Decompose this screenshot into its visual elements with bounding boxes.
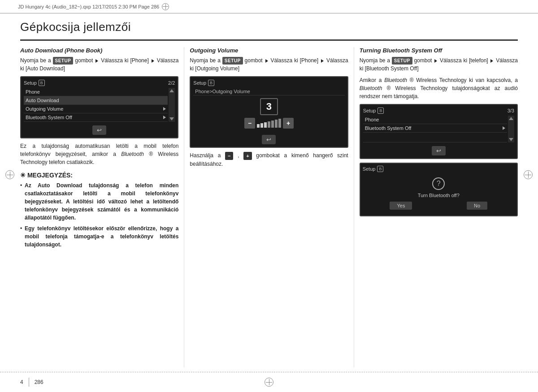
col1-note-title: ✳ MEGJEGYZÉS: (20, 172, 178, 179)
col1-row1-arrow (163, 107, 166, 111)
header-crosshair (162, 3, 169, 10)
page-title: Gépkocsija jellemzői (20, 20, 131, 34)
col3-para1: Nyomja be a SETUP gombot Válassza ki [te… (360, 56, 518, 73)
col3-row-0[interactable]: Bluetooth System Off (363, 124, 507, 133)
footer-crosshair (265, 378, 273, 387)
col2-desc: Használja a − , + gombokat a kimenő hang… (190, 151, 348, 168)
col2-vol-display: 3 − + (193, 95, 344, 131)
col1-screen: Setup B 2/2 Phone Auto Download Outgoing… (20, 76, 178, 138)
col1-desc: Ez a tulajdonság automatikusan letölti a… (20, 142, 178, 166)
col3-screen2-title: Setup (363, 166, 376, 172)
col3-title: Turning Bluetooth System Off (360, 47, 518, 54)
col1-row-0[interactable]: Auto Download (24, 96, 168, 105)
col1-row2-arrow (163, 116, 166, 119)
col3-screen1-header: Setup B 3/3 (363, 108, 514, 114)
col3-arrow2 (490, 59, 493, 63)
footer-num: 4 (20, 379, 23, 385)
col3-no-btn[interactable]: No (467, 202, 487, 210)
right-margin-crosshair (524, 170, 533, 179)
col3-row-empty1 (363, 133, 507, 142)
col2-back-btn[interactable]: ↩ (262, 135, 276, 144)
col1-scroll-down[interactable] (169, 117, 174, 121)
col3-screen1-page: 3/3 (508, 108, 514, 113)
col1-setup-btn: SETUP (53, 57, 74, 65)
col1-row-2[interactable]: Bluetooth System Off (24, 113, 168, 122)
footer: 4 286 (0, 372, 538, 392)
col3-setup-btn: SETUP (392, 57, 412, 65)
col1-screen-header: Setup B 2/2 (24, 80, 175, 86)
col3-screen2-header: Setup B (363, 166, 515, 172)
col-bluetooth-off: Turning Bluetooth System Off Nyomja be a… (354, 47, 518, 367)
main-content: Auto Download (Phone Book) Nyomja be a S… (20, 47, 518, 367)
left-margin-crosshair (5, 170, 14, 179)
col1-scroll-up[interactable] (169, 89, 174, 92)
header-text: JD Hungary 4c (Audio_182~).qxp 12/17/201… (18, 4, 159, 9)
col2-screen-header: Setup B (193, 80, 344, 86)
col3-yes-btn[interactable]: Yes (390, 202, 412, 210)
col2-minus-btn: − (225, 152, 233, 160)
col1-title: Auto Download (Phone Book) (20, 47, 178, 54)
col1-bt-icon: B (39, 80, 45, 86)
vol-bar-3 (264, 122, 267, 128)
title-underline (20, 39, 518, 41)
col3-desc: Amikor a Bluetooth ® Wireless Technology… (360, 76, 518, 100)
col2-vol-plus[interactable]: + (283, 118, 294, 129)
col3-confirm-text: Turn Bluetooth off? (363, 193, 515, 198)
vol-bar-5 (271, 121, 274, 128)
col3-scroll-up[interactable] (509, 117, 513, 120)
col3-screen1-rows: Phone Bluetooth System Off (363, 116, 514, 142)
col3-question-icon: ? (432, 177, 445, 190)
col3-row0-arrow (503, 126, 505, 130)
col2-breadcrumb: Phone>Outgoing Volume (193, 88, 344, 95)
col2-title: Outgoing Volume (190, 47, 348, 54)
col3-confirm-area: ? Turn Bluetooth off? Yes No (363, 174, 515, 213)
col3-arrow1 (434, 59, 437, 63)
col1-note-1: Az Auto Download tulajdonság a telefon m… (20, 181, 178, 222)
col3-screen2: Setup B ? Turn Bluetooth off? Yes No (360, 163, 518, 216)
vol-bar-7 (278, 119, 281, 128)
col1-arrow2 (152, 59, 154, 63)
col3-screen1-title: Setup (363, 108, 376, 113)
col2-screen: Setup B Phone>Outgoing Volume 3 − (190, 76, 348, 148)
col1-back-btn[interactable]: ↩ (92, 125, 106, 135)
col1-para1-suffix: gombot (75, 57, 95, 64)
col1-row-1[interactable]: Outgoing Volume (24, 105, 168, 113)
col1-arrow1 (95, 59, 98, 63)
col3-back-btn1[interactable]: ↩ (432, 146, 446, 155)
col1-notes: ✳ MEGJEGYZÉS: Az Auto Download tulajdons… (20, 172, 178, 249)
col2-vol-number: 3 (260, 98, 278, 115)
footer-divider (29, 378, 29, 387)
col1-screen-rows: Phone Auto Download Outgoing Volume Blue… (24, 88, 175, 122)
col2-para1: Nyomja be a SETUP gombot Válassza ki [Ph… (190, 56, 348, 73)
col2-vol-bar-area: − + (193, 118, 344, 129)
col2-arrow1 (265, 59, 268, 63)
col2-plus-btn: + (243, 152, 252, 160)
col2-screen-title: Setup (193, 80, 206, 86)
col2-vol-minus[interactable]: − (244, 118, 255, 129)
col-outgoing-volume: Outgoing Volume Nyomja be a SETUP gombot… (184, 47, 354, 367)
col3-scroll-down[interactable] (509, 138, 513, 141)
col3-screen1-sub: Phone (363, 116, 507, 124)
col2-arrow2 (321, 59, 324, 63)
footer-page: 4 286 (20, 378, 43, 387)
header-bar: JD Hungary 4c (Audio_182~).qxp 12/17/201… (0, 0, 538, 13)
col1-screen-sub: Phone (24, 88, 168, 96)
col1-para1: Nyomja be a SETUP gombot Válassza ki [Ph… (20, 56, 178, 73)
col1-screen-title: Setup (24, 80, 37, 86)
col3-screen1: Setup B 3/3 Phone Bluetooth System Off (360, 104, 518, 159)
col2-setup-btn: SETUP (222, 57, 243, 65)
vol-bar-6 (275, 120, 278, 128)
col1-screen-page: 2/2 (168, 80, 175, 86)
vol-bar-2 (260, 123, 263, 128)
footer-sub: 286 (35, 379, 43, 385)
col3-bt-icon2: B (377, 166, 383, 172)
col1-note-2: Egy telefonkönyv letöltésekor először el… (20, 224, 178, 249)
col-auto-download: Auto Download (Phone Book) Nyomja be a S… (20, 47, 184, 367)
vol-bar-4 (268, 121, 270, 128)
col3-confirm-btns: Yes No (363, 202, 515, 210)
vol-bar-1 (257, 124, 260, 128)
col3-bt-icon1: B (377, 108, 384, 114)
col2-vol-bars (257, 119, 281, 128)
col1-para1-prefix: Nyomja be a (20, 57, 51, 64)
col2-bt-icon: B (208, 80, 214, 86)
